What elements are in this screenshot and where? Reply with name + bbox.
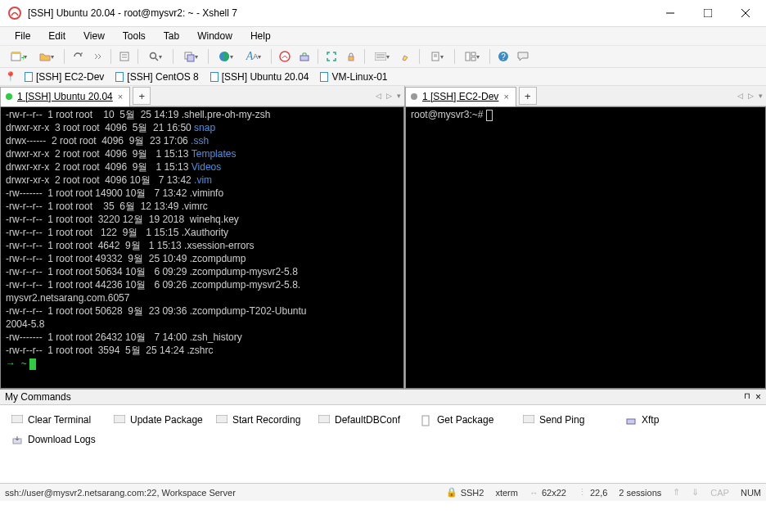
status-size: ↔62x22	[529, 488, 566, 498]
status-termtype: xterm	[495, 488, 518, 498]
right-tabstrip: 1 [SSH] EC2-Dev × + ◁▷▾	[405, 86, 766, 106]
svg-rect-36	[627, 419, 635, 424]
cmd-defaultdbconf[interactable]: DefaultDBConf	[318, 410, 421, 430]
xshell-button[interactable]	[275, 47, 295, 66]
find-button[interactable]: ▾	[142, 47, 169, 66]
session-link-centos[interactable]: [SSH] CentOS 8	[112, 71, 201, 83]
menu-edit[interactable]: Edit	[40, 29, 74, 43]
svg-rect-34	[422, 416, 429, 426]
svg-rect-35	[523, 415, 534, 423]
minimize-button[interactable]	[651, 1, 689, 25]
close-tab-icon[interactable]: ×	[503, 92, 508, 101]
svg-rect-30	[11, 415, 23, 423]
svg-text:?: ?	[501, 52, 506, 61]
mycommands-close-icon[interactable]: ×	[755, 391, 761, 403]
close-tab-icon[interactable]: ×	[118, 92, 123, 101]
menubar: File Edit View Tools Tab Window Help	[0, 27, 766, 45]
cmd-clear-terminal[interactable]: Clear Terminal	[11, 410, 114, 430]
keyboard-button[interactable]: ▾	[368, 47, 396, 66]
menu-window[interactable]: Window	[189, 29, 241, 43]
svg-point-11	[151, 53, 156, 59]
window-title: [SSH] Ubuntu 20.04 - root@mysvr2: ~ - Xs…	[28, 7, 651, 19]
toolbar: +▾ ▾ ▾ ▾ ▾ AA▾ ▾ ▾ ▾ ?	[0, 45, 766, 68]
fullscreen-button[interactable]	[322, 47, 341, 66]
pin-icon[interactable]: 📍	[5, 71, 16, 82]
add-tab-button[interactable]: +	[519, 87, 537, 105]
highlight-button[interactable]	[396, 47, 416, 66]
menu-view[interactable]: View	[75, 29, 113, 43]
tab-nav-menu[interactable]: ▾	[395, 90, 403, 101]
add-tab-button[interactable]: +	[133, 87, 151, 105]
status-dot-icon	[6, 93, 12, 100]
svg-rect-31	[114, 415, 125, 423]
cmd-start-recording[interactable]: Start Recording	[216, 410, 318, 430]
status-cursor: ⋮22,6	[578, 487, 607, 498]
svg-rect-18	[349, 56, 354, 61]
session-link-ec2[interactable]: [SSH] EC2-Dev	[21, 71, 107, 83]
cmd-update-package[interactable]: Update Package	[114, 410, 216, 430]
lock-button[interactable]	[341, 47, 361, 66]
mycommands-header: My Commands ⊓ ×	[0, 389, 766, 405]
menu-tab[interactable]: Tab	[155, 29, 187, 43]
tab-nav-left[interactable]: ◁	[374, 90, 383, 101]
color-scheme-button[interactable]: ▾	[212, 47, 240, 66]
mycommands-title: My Commands	[5, 391, 71, 403]
xftp-button[interactable]	[295, 47, 314, 66]
status-sessions: 2 sessions	[619, 488, 661, 498]
copy-button[interactable]: ▾	[177, 47, 205, 66]
tab-nav-right[interactable]: ▷	[746, 90, 755, 101]
feedback-button[interactable]	[513, 47, 533, 66]
cmd-get-package[interactable]: Get Package	[421, 410, 523, 430]
svg-rect-14	[187, 55, 194, 61]
svg-rect-5	[11, 53, 20, 61]
help-button[interactable]: ?	[493, 47, 513, 66]
right-terminal[interactable]: root@mysvr3:~#	[405, 106, 766, 389]
maximize-button[interactable]	[689, 1, 727, 25]
reconnect-button[interactable]	[68, 47, 88, 66]
left-pane: 1 [SSH] Ubuntu 20.04 × + ◁▷▾ -rw-r--r-- …	[0, 86, 405, 389]
session-link-vm[interactable]: VM-Linux-01	[317, 71, 390, 83]
svg-rect-2	[704, 9, 712, 17]
svg-rect-6	[11, 52, 20, 54]
script-button[interactable]: ▾	[423, 47, 451, 66]
status-protocol: 🔒SSH2	[446, 487, 484, 498]
app-icon	[8, 7, 21, 20]
mycommands-pin-icon[interactable]: ⊓	[744, 391, 750, 403]
close-button[interactable]	[727, 1, 764, 25]
tab-nav-left[interactable]: ◁	[736, 90, 745, 101]
session-link-ubuntu[interactable]: [SSH] Ubuntu 20.04	[207, 71, 313, 83]
mycommands-panel: Clear Terminal Update Package Start Reco…	[0, 405, 766, 483]
disconnect-button[interactable]	[88, 47, 107, 66]
menu-tools[interactable]: Tools	[115, 29, 154, 43]
left-tabstrip: 1 [SSH] Ubuntu 20.04 × + ◁▷▾	[0, 86, 404, 106]
menu-file[interactable]: File	[7, 29, 38, 43]
cmd-send-ping[interactable]: Send Ping	[523, 410, 625, 430]
font-button[interactable]: AA▾	[240, 47, 268, 66]
new-session-button[interactable]: +▾	[5, 47, 33, 66]
left-terminal[interactable]: -rw-r--r-- 1 root root 10 5월 25 14:19 .s…	[0, 106, 404, 389]
svg-rect-19	[375, 52, 386, 61]
svg-rect-33	[318, 415, 330, 423]
cmd-download-logs[interactable]: Download Logs	[11, 430, 114, 449]
tab-nav-right[interactable]: ▷	[385, 90, 394, 101]
properties-button[interactable]	[115, 47, 134, 66]
svg-rect-8	[120, 52, 128, 61]
svg-rect-17	[300, 56, 309, 61]
status-up-icon: ⇑	[673, 487, 680, 498]
titlebar: [SSH] Ubuntu 20.04 - root@mysvr2: ~ - Xs…	[0, 0, 766, 27]
svg-rect-27	[471, 57, 475, 61]
svg-rect-32	[216, 415, 228, 423]
status-dot-icon	[411, 93, 417, 100]
statusbar: ssh://user@mysvr2.netsarang.com:22, Work…	[0, 483, 766, 501]
session-bar: 📍 [SSH] EC2-Dev [SSH] CentOS 8 [SSH] Ubu…	[0, 68, 766, 86]
status-connection: ssh://user@mysvr2.netsarang.com:22, Work…	[5, 488, 236, 498]
status-down-icon: ⇓	[692, 487, 699, 498]
terminal-panes: 1 [SSH] Ubuntu 20.04 × + ◁▷▾ -rw-r--r-- …	[0, 86, 766, 389]
tab-ec2[interactable]: 1 [SSH] EC2-Dev ×	[405, 87, 516, 106]
open-folder-button[interactable]: ▾	[33, 47, 61, 66]
cmd-xftp[interactable]: Xftp	[625, 410, 728, 430]
layout-button[interactable]: ▾	[458, 47, 486, 66]
menu-help[interactable]: Help	[242, 29, 279, 43]
tab-ubuntu[interactable]: 1 [SSH] Ubuntu 20.04 ×	[0, 87, 130, 106]
tab-nav-menu[interactable]: ▾	[757, 90, 764, 101]
